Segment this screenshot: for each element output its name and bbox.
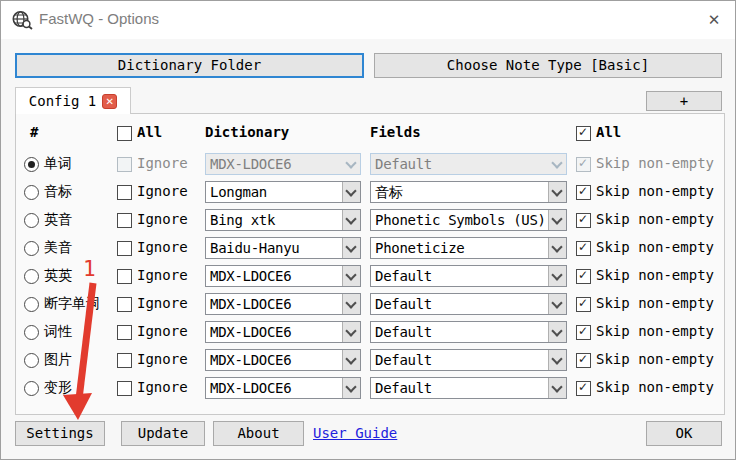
- field-value: Phonetic Symbols (US): [375, 212, 546, 228]
- chevron-down-icon[interactable]: [342, 350, 360, 370]
- ignore-checkbox[interactable]: [117, 213, 132, 228]
- skip-checkbox[interactable]: [576, 185, 591, 200]
- row-label: 词性: [44, 323, 72, 341]
- dictionary-select[interactable]: MDX-LDOCE6: [205, 153, 361, 175]
- field-value: Default: [375, 352, 432, 368]
- row-label: 音标: [44, 183, 72, 201]
- ignore-checkbox[interactable]: [117, 157, 132, 172]
- chevron-down-icon[interactable]: [548, 210, 566, 230]
- settings-button[interactable]: Settings: [15, 421, 105, 446]
- all-ignore-checkbox[interactable]: [117, 126, 132, 141]
- row-radio[interactable]: [24, 325, 39, 340]
- dictionary-value: Longman: [210, 184, 267, 200]
- table-row: 英英 Ignore MDX-LDOCE6 Default Skip non-em…: [16, 262, 726, 290]
- tab-close-icon[interactable]: ✕: [102, 94, 117, 109]
- skip-checkbox[interactable]: [576, 213, 591, 228]
- tab-config-1[interactable]: Config 1 ✕: [15, 87, 131, 114]
- field-value: Default: [375, 268, 432, 284]
- row-radio[interactable]: [24, 157, 39, 172]
- chevron-down-icon[interactable]: [342, 266, 360, 286]
- column-header-fields: Fields: [370, 124, 421, 144]
- chevron-down-icon[interactable]: [548, 266, 566, 286]
- ignore-checkbox[interactable]: [117, 381, 132, 396]
- dictionary-select[interactable]: MDX-LDOCE6: [205, 293, 361, 315]
- chevron-down-icon[interactable]: [548, 182, 566, 202]
- ignore-label: Ignore: [137, 379, 188, 395]
- fields-select[interactable]: Default: [370, 377, 567, 399]
- fields-select[interactable]: Default: [370, 153, 567, 175]
- row-radio[interactable]: [24, 185, 39, 200]
- fields-select[interactable]: Phoneticize: [370, 237, 567, 259]
- chevron-down-icon[interactable]: [549, 154, 566, 174]
- dictionary-select[interactable]: MDX-LDOCE6: [205, 377, 361, 399]
- ignore-checkbox[interactable]: [117, 353, 132, 368]
- chevron-down-icon[interactable]: [343, 154, 360, 174]
- row-radio[interactable]: [24, 381, 39, 396]
- dictionary-select[interactable]: MDX-LDOCE6: [205, 349, 361, 371]
- skip-label: Skip non-empty: [596, 239, 714, 255]
- annotation-step-number: 1: [83, 257, 96, 281]
- ignore-label: Ignore: [137, 351, 188, 367]
- skip-label: Skip non-empty: [596, 323, 714, 339]
- fields-select[interactable]: Default: [370, 321, 567, 343]
- skip-checkbox[interactable]: [576, 241, 591, 256]
- dictionary-folder-button[interactable]: Dictionary Folder: [15, 53, 364, 78]
- skip-checkbox[interactable]: [576, 157, 591, 172]
- ignore-checkbox[interactable]: [117, 269, 132, 284]
- dictionary-select[interactable]: Longman: [205, 181, 361, 203]
- user-guide-link[interactable]: User Guide: [313, 425, 397, 441]
- close-icon[interactable]: ✕: [699, 8, 729, 32]
- chevron-down-icon[interactable]: [548, 238, 566, 258]
- chevron-down-icon[interactable]: [548, 294, 566, 314]
- chevron-down-icon[interactable]: [342, 182, 360, 202]
- skip-checkbox[interactable]: [576, 353, 591, 368]
- chevron-down-icon[interactable]: [548, 322, 566, 342]
- fields-select[interactable]: Default: [370, 293, 567, 315]
- chevron-down-icon[interactable]: [342, 238, 360, 258]
- field-value: Phoneticize: [375, 240, 464, 256]
- chevron-down-icon[interactable]: [342, 210, 360, 230]
- skip-checkbox[interactable]: [576, 297, 591, 312]
- chevron-down-icon[interactable]: [342, 378, 360, 398]
- skip-label: Skip non-empty: [596, 155, 714, 171]
- ignore-checkbox[interactable]: [117, 297, 132, 312]
- chevron-down-icon[interactable]: [342, 294, 360, 314]
- chevron-down-icon[interactable]: [548, 378, 566, 398]
- fields-select[interactable]: Phonetic Symbols (US): [370, 209, 567, 231]
- ignore-checkbox[interactable]: [117, 325, 132, 340]
- row-label: 断字单词: [44, 295, 100, 313]
- fields-select[interactable]: 音标: [370, 181, 567, 203]
- all-skip-checkbox[interactable]: [576, 126, 591, 141]
- skip-checkbox[interactable]: [576, 381, 591, 396]
- dictionary-select[interactable]: Bing xtk: [205, 209, 361, 231]
- choose-note-type-button[interactable]: Choose Note Type [Basic]: [374, 53, 722, 78]
- skip-label: Skip non-empty: [596, 379, 714, 395]
- fields-select[interactable]: Default: [370, 265, 567, 287]
- titlebar: FastWQ - Options ✕: [1, 1, 735, 39]
- row-radio[interactable]: [24, 297, 39, 312]
- about-button[interactable]: About: [213, 421, 304, 446]
- fields-select[interactable]: Default: [370, 349, 567, 371]
- ok-button[interactable]: OK: [646, 421, 722, 446]
- table-row: 音标 Ignore Longman 音标 Skip non-empty: [16, 178, 726, 206]
- skip-checkbox[interactable]: [576, 325, 591, 340]
- row-radio[interactable]: [24, 241, 39, 256]
- skip-label: Skip non-empty: [596, 211, 714, 227]
- add-config-button[interactable]: +: [646, 91, 722, 111]
- update-button[interactable]: Update: [121, 421, 205, 446]
- dictionary-value: MDX-LDOCE6: [210, 156, 291, 172]
- row-radio[interactable]: [24, 353, 39, 368]
- skip-checkbox[interactable]: [576, 269, 591, 284]
- row-radio[interactable]: [24, 269, 39, 284]
- ignore-checkbox[interactable]: [117, 241, 132, 256]
- dictionary-select[interactable]: Baidu-Hanyu: [205, 237, 361, 259]
- dictionary-value: Baidu-Hanyu: [210, 240, 299, 256]
- dictionary-value: Bing xtk: [210, 212, 275, 228]
- chevron-down-icon[interactable]: [342, 322, 360, 342]
- ignore-checkbox[interactable]: [117, 185, 132, 200]
- dictionary-select[interactable]: MDX-LDOCE6: [205, 321, 361, 343]
- chevron-down-icon[interactable]: [548, 350, 566, 370]
- dictionary-select[interactable]: MDX-LDOCE6: [205, 265, 361, 287]
- row-radio[interactable]: [24, 213, 39, 228]
- table-row: 变形 Ignore MDX-LDOCE6 Default Skip non-em…: [16, 374, 726, 402]
